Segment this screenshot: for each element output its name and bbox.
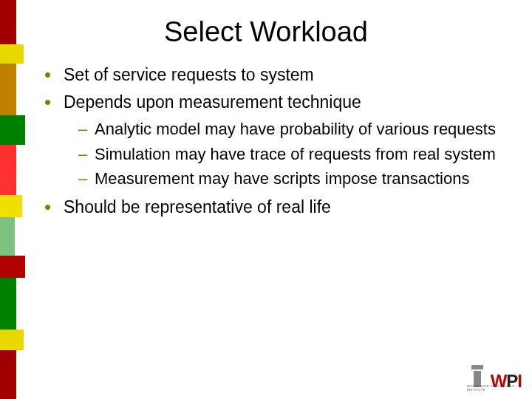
slide-title: Select Workload: [0, 16, 532, 48]
sub-bullet-list: –Analytic model may have probability of …: [78, 118, 510, 190]
sidebar-segment: [0, 350, 16, 399]
sub-bullet-item: –Simulation may have trace of requests f…: [78, 143, 510, 166]
sidebar-segment: [0, 195, 22, 217]
sidebar-segment: [0, 278, 16, 337]
sub-bullet-text: Measurement may have scripts impose tran…: [95, 168, 510, 190]
sub-bullet-item: –Measurement may have scripts impose tra…: [78, 168, 510, 190]
bullet-text: Depends upon measurement technique: [64, 91, 510, 114]
sub-bullet-text: Simulation may have trace of requests fr…: [95, 143, 510, 166]
bullet-text: Should be representative of real life: [64, 196, 510, 219]
bullet-item: •Set of service requests to system: [44, 64, 510, 86]
sub-bullet-text: Analytic model may have probability of v…: [95, 118, 510, 140]
sidebar-segment: [0, 64, 16, 115]
bullet-icon: •: [44, 196, 64, 216]
wpi-logo: WPI WORCESTER POLYTECHNIC INSTITUTE: [467, 365, 522, 392]
dash-icon: –: [78, 168, 95, 190]
sidebar-segment: [0, 330, 24, 350]
dash-icon: –: [78, 143, 95, 166]
logo-subtitle: WORCESTER POLYTECHNIC INSTITUTE: [467, 384, 520, 392]
dash-icon: –: [78, 118, 95, 140]
bullet-text: Set of service requests to system: [64, 64, 510, 86]
sidebar-segment: [0, 256, 25, 278]
bullet-item: •Should be representative of real life: [44, 196, 510, 219]
sidebar-segment: [0, 115, 25, 145]
bullet-icon: •: [44, 64, 64, 84]
decorative-sidebar: [0, 0, 33, 399]
bullet-icon: •: [44, 91, 64, 112]
slide-body: •Set of service requests to system•Depen…: [44, 64, 510, 223]
bullet-item: •Depends upon measurement technique: [44, 91, 510, 114]
sub-bullet-item: –Analytic model may have probability of …: [78, 118, 510, 140]
